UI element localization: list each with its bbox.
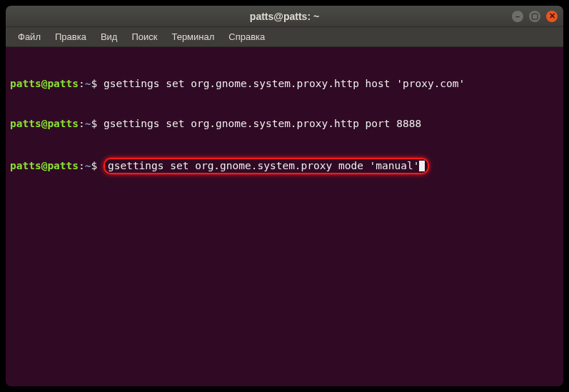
prompt-path: ~ <box>85 118 91 129</box>
menu-edit[interactable]: Правка <box>49 29 93 45</box>
maximize-icon: ▢ <box>531 11 538 21</box>
titlebar: patts@patts: ~ – ▢ ✕ <box>6 6 563 27</box>
close-icon: ✕ <box>549 11 555 21</box>
menu-view[interactable]: Вид <box>94 29 124 45</box>
menu-file[interactable]: Файл <box>11 29 47 45</box>
prompt-sep: : <box>79 118 85 129</box>
window-controls: – ▢ ✕ <box>512 11 558 22</box>
highlighted-command: gsettings set org.gnome.system.proxy mod… <box>104 158 430 174</box>
prompt-sigil: $ <box>91 160 98 171</box>
prompt-userhost: patts@patts <box>10 160 79 171</box>
command-text: gsettings set org.gnome.system.proxy.htt… <box>97 78 465 89</box>
menu-terminal[interactable]: Терминал <box>165 29 221 45</box>
maximize-button[interactable]: ▢ <box>529 11 540 22</box>
menu-search[interactable]: Поиск <box>125 29 163 45</box>
terminal-body[interactable]: patts@patts:~$ gsettings set org.gnome.s… <box>6 47 563 386</box>
prompt-sigil: $ <box>91 118 98 129</box>
window-title: patts@patts: ~ <box>250 11 319 22</box>
prompt-userhost: patts@patts <box>10 78 79 89</box>
terminal-line: patts@patts:~$ gsettings set org.gnome.s… <box>10 158 559 174</box>
prompt-path: ~ <box>85 160 91 171</box>
prompt-userhost: patts@patts <box>10 118 79 129</box>
menu-help[interactable]: Справка <box>222 29 271 45</box>
close-button[interactable]: ✕ <box>546 11 558 22</box>
minimize-icon: – <box>515 12 520 21</box>
menubar: Файл Правка Вид Поиск Терминал Справка <box>6 27 563 47</box>
cursor-icon <box>419 161 425 171</box>
command-text: gsettings set org.gnome.system.proxy.htt… <box>97 118 421 129</box>
command-text: gsettings set org.gnome.system.proxy mod… <box>97 160 429 171</box>
prompt-sigil: $ <box>91 78 98 89</box>
terminal-window: patts@patts: ~ – ▢ ✕ Файл Правка Вид Пои… <box>6 6 563 386</box>
prompt-sep: : <box>79 78 85 89</box>
prompt-path: ~ <box>85 78 91 89</box>
terminal-line: patts@patts:~$ gsettings set org.gnome.s… <box>10 77 559 91</box>
terminal-line: patts@patts:~$ gsettings set org.gnome.s… <box>10 117 559 131</box>
prompt-sep: : <box>79 160 85 171</box>
minimize-button[interactable]: – <box>512 11 523 22</box>
